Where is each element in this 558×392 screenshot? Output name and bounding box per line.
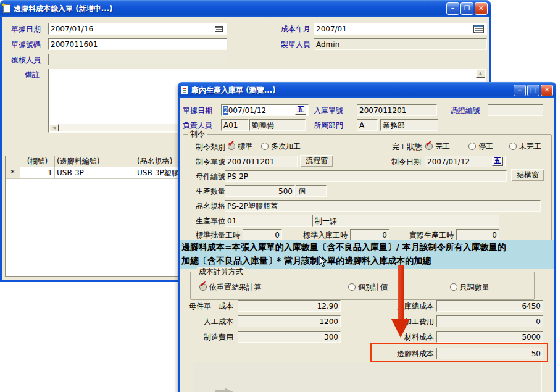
formula-tooltip: 邊腳料成本=本張入庫單的入庫數量〔含不良品入庫量〕/ 本月該制令所有入庫數量的 … [180,240,554,269]
material-cost-field[interactable]: 5000 [436,331,543,343]
screen: ✦ 邊腳料成本錄入單 (新增中...) – ❐ ✕ 單據日期 2007/01/1… [0,0,558,392]
row-no-cell: 1 [20,167,55,179]
actual-hours-label: 實際生產工時 [402,231,454,240]
total-cost-label: 入庫總成本 [381,302,434,311]
close-button[interactable]: ✕ [475,2,488,15]
minimize-icon: – [518,86,522,94]
qty-field[interactable]: 500 [225,185,295,197]
highlight-rectangle [370,343,548,362]
titlebar[interactable]: ✦ 邊腳料成本錄入單 (新增中...) – ❐ ✕ [0,0,491,17]
doc-date-input[interactable]: 2007/01/12 五 [221,104,309,116]
minimize-icon: – [451,4,455,12]
scroll-left-button[interactable]: ◀ [49,124,59,131]
calendar-picker-button[interactable]: 五 [492,157,503,166]
restore-button[interactable]: ❐ [460,2,473,15]
radio-finished[interactable]: ✔ 完工 [425,142,450,151]
maximize-icon: □ [530,86,536,94]
radio-recalc-result[interactable]: ✔ 依重置結果計算 [199,283,261,291]
unit-name-field: 制一課 [312,215,499,227]
close-icon: ✕ [544,86,549,94]
selected-text: 2 [223,106,228,115]
doc-no-label: 單據號碼 [11,40,41,49]
reviewer-label: 覆核人員 [11,56,41,64]
voucher-field[interactable] [488,104,543,116]
minimize-button[interactable]: – [446,2,459,15]
dept-label: 所屬部門 [314,121,343,130]
unit-code-field[interactable]: 01 [225,215,312,227]
mfg-cost-field[interactable]: 300 [238,331,341,343]
mo-date-field[interactable]: 2007/01/12 五 [425,156,506,167]
window-title: 廠內生產入庫單 (瀏覽...) [191,85,276,96]
voucher-label: 憑證編號 [451,106,480,115]
calendar-picker-button[interactable]: 五 [295,106,306,115]
parent-code-field[interactable]: PS-2P [225,170,507,182]
scroll-up-icon: ▲ [479,71,482,76]
radio-checked-icon: ✔ [199,283,207,291]
dept-name-field: 業務部 [380,119,438,131]
labor-cost-field[interactable]: 1200 [238,315,341,327]
column-header-code: (邊腳料編號) [55,156,135,167]
maker-label: 製單人員 [281,40,310,49]
date-picker-button[interactable] [212,24,225,33]
radio-multi-process[interactable]: 多次加工 [261,142,301,151]
person-code-field[interactable]: A01 [221,119,249,131]
row-code-cell: USB-3P [55,167,135,179]
person-name-field: 劉曉備 [249,119,306,131]
qty-label: 生產數量 [196,187,225,196]
red-arrow-head [391,319,410,338]
maximize-button[interactable]: □ [527,85,539,96]
structure-window-button[interactable]: 結構窗 [511,169,544,181]
cost-month-label: 成本年月 [281,25,310,33]
minimize-button[interactable]: – [514,85,526,96]
radio-unchecked-icon [348,283,356,291]
radio-checked-icon: ✔ [425,143,433,150]
titlebar[interactable]: 廠內生產入庫單 (瀏覽...) – □ ✕ [178,82,556,98]
labor-cost-label: 人工成本 [181,317,233,326]
close-button[interactable]: ✕ [541,85,553,96]
reviewer-field [48,54,227,65]
mfg-cost-label: 制造費用 [181,333,233,341]
radio-unchecked-icon [468,143,476,150]
std-in-label: 標準入庫工時 [296,231,348,240]
mo-groupbox: 制令 制令類別 ✔ 標準 多次加工 完工狀態 ✔ 完工 停工 未完工 [183,134,552,241]
dept-code-field[interactable]: A [357,119,378,131]
window-border [178,97,180,392]
doc-date-input[interactable]: 2007/01/16 [48,23,227,35]
radio-qty-only[interactable]: 只調數量 [450,283,489,291]
finish-status-label: 完工狀態 [392,143,422,151]
radio-stopped[interactable]: 停工 [468,142,493,151]
mo-no-field[interactable]: 2007011201 [225,156,298,167]
radio-standard[interactable]: ✔ 標準 [228,142,252,151]
radio-unchecked-icon [261,143,269,150]
radio-individual-price[interactable]: 個別計價 [348,283,388,291]
total-cost-field[interactable]: 6450 [436,300,543,312]
window-title: 邊腳料成本錄入單 (新增中...) [14,4,113,14]
radio-checked-icon: ✔ [228,143,235,150]
row-marker-cell: * [6,167,20,179]
document-icon [181,86,188,94]
cost-month-input[interactable]: 2007/01 [314,23,487,35]
memo-label: 備註 [25,70,40,79]
spec-field[interactable]: PS-2P塑膠瓶蓋 [225,200,541,212]
column-header-no: (欄號) [20,156,55,167]
calendar-icon[interactable] [473,25,484,33]
stockin-no-field[interactable]: 2007011201 [357,104,437,116]
mo-type-label: 制令類別 [196,143,225,151]
mouse-cursor [319,256,327,268]
doc-no-input[interactable]: 2007011601 [48,38,227,50]
mo-no-label: 制令單號 [196,157,225,166]
maker-field: Admin [314,38,487,50]
close-icon: ✕ [478,4,484,12]
parent-cost-field[interactable]: 12.90 [238,300,341,312]
window-production-stockin: 廠內生產入庫單 (瀏覽...) – □ ✕ 單據日期 2007/01/12 五 … [178,82,556,392]
calc-method-groupbox: 成本計算方式 ✔ 依重置結果計算 個別計價 只調數量 [190,272,535,300]
scroll-up-button[interactable]: ▲ [476,70,485,78]
spec-label: 品名規格 [196,202,225,211]
radio-unfinished[interactable]: 未完工 [509,142,541,151]
mo-date-label: 制令日期 [391,157,421,166]
window-border [0,15,2,282]
std-batch-label: 標準批量工時 [188,231,240,240]
process-fee-field[interactable]: 0 [436,315,543,327]
doc-date-label: 單據日期 [11,25,41,33]
flow-window-button[interactable]: 流程窗 [300,155,333,167]
